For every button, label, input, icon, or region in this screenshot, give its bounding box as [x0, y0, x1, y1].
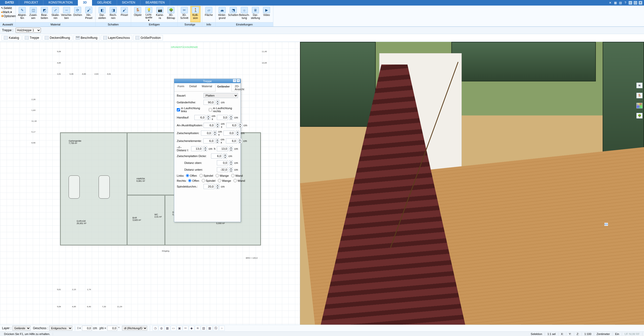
ribbon-btn-hinpinsel[interactable]: 🖌Hin.Pinsel	[84, 6, 94, 22]
menu-tab-datei[interactable]: DATEI	[0, 0, 19, 6]
palette-icon[interactable]: ▦	[165, 326, 170, 331]
spin-up[interactable]: ▲	[203, 146, 207, 149]
chevron-right-icon[interactable]: ›	[219, 326, 225, 331]
dialog-tab-material[interactable]: Material	[200, 84, 214, 91]
dialog-tab-gelaender[interactable]: Geländer	[215, 84, 231, 91]
tool-icon[interactable]: ✕	[608, 1, 612, 5]
dialog-tab-form[interactable]: Form	[176, 84, 186, 91]
zwelem-a-input[interactable]	[203, 138, 214, 143]
radio-rechts-offen[interactable]: Offen	[188, 179, 199, 182]
camera-icon[interactable]: ▣	[177, 326, 182, 331]
clock-icon[interactable]: ◷	[153, 326, 158, 331]
spin-up[interactable]: ▲	[239, 123, 242, 125]
radio-rechts-spindel[interactable]: Spindel	[202, 179, 215, 182]
menu-tab-gelaende[interactable]: GELÄNDE	[92, 0, 117, 6]
ribbon-btn-video[interactable]: ▶Video	[261, 6, 272, 22]
wireframe-icon[interactable]: ▧	[201, 326, 207, 331]
maximize-icon[interactable]: □	[633, 1, 637, 5]
screen-icon[interactable]: ▭	[171, 326, 176, 331]
spin-down[interactable]: ▼	[216, 125, 219, 128]
radio-rechts-wange[interactable]: Wange	[218, 179, 231, 182]
layers-icon[interactable]: ≋	[195, 326, 200, 331]
ribbon-btn-kamera[interactable]: 📷Kame-ra	[155, 6, 165, 22]
selector-treppe[interactable]: Holztreppe 1	[16, 28, 41, 33]
north-icon[interactable]: Ⓝ	[213, 326, 219, 331]
spin-down[interactable]: ▼	[229, 170, 233, 172]
ribbon-btn-darstellen[interactable]: ◧Dar-stellen	[97, 6, 107, 22]
menu-tab-sichten[interactable]: SICHTEN	[117, 0, 141, 6]
ribbon-btn-kollision[interactable]: 🚶Kolli-sion	[190, 6, 200, 22]
ribbon-btn-rechnen[interactable]: ◨Rech-nen	[108, 6, 118, 22]
dialog-title[interactable]: Treppe ? ×	[174, 79, 241, 83]
anaustritt-b-input[interactable]	[226, 123, 237, 128]
spindel-input[interactable]	[203, 184, 215, 189]
dl-select[interactable]: dl (Richtung/Di	[122, 326, 147, 331]
tool-treppe[interactable]: Treppe	[22, 35, 42, 41]
dist-oben-input[interactable]	[217, 160, 228, 165]
minimize-icon[interactable]: ‒	[628, 1, 632, 5]
ribbon-btn-skalieren[interactable]: ⤢Skalie-ren	[50, 6, 61, 22]
spin-down[interactable]: ▼	[229, 117, 233, 120]
spin-up[interactable]: ▲	[229, 115, 233, 117]
spin-down[interactable]: ▼	[239, 125, 242, 128]
layer-select[interactable]: Gelände	[12, 326, 31, 331]
spin-up[interactable]: ▲	[216, 100, 219, 102]
zwpfosten-a-input[interactable]	[201, 131, 212, 136]
geschoss-select[interactable]: Erdgeschos	[49, 326, 72, 331]
spin-down[interactable]: ▼	[216, 187, 219, 189]
zwelem-b-input[interactable]	[226, 138, 237, 143]
chk-laufrichtung-rechts[interactable]: in Laufrichtung rechts	[209, 107, 238, 113]
ribbon-btn-verschieben[interactable]: ↔Verschie-ben	[62, 6, 72, 22]
ribbon-btn-flaeche[interactable]: ▱Fläche	[204, 6, 214, 22]
dialog-treppe[interactable]: Treppe ? × Form Detail Material Geländer…	[174, 79, 241, 222]
phi-input[interactable]	[107, 326, 117, 331]
dialog-close-icon[interactable]: ×	[237, 79, 240, 82]
spin-up[interactable]: ▲	[216, 138, 219, 141]
tool-deckenoeffnung[interactable]: Deckenöffnung	[42, 35, 72, 41]
tool-katalog[interactable]: Katalog	[2, 35, 21, 41]
radio-links-offen[interactable]: Offen	[186, 174, 197, 177]
spin-down[interactable]: ▼	[203, 149, 207, 151]
ribbon-select[interactable]: ↖Selekt	[1, 6, 12, 10]
ribbon-btn-zuweisen[interactable]: ◫Zuwei-sen	[28, 6, 38, 22]
ribbon-btn-hintergrund[interactable]: ⛰Hinter-grund	[217, 6, 227, 22]
ribbon-btn-drehen[interactable]: ⟳Drehen	[73, 6, 83, 22]
layer-icon[interactable]: ▤	[618, 1, 622, 5]
grid-icon[interactable]: ▦	[207, 326, 213, 331]
distanz-l-input[interactable]	[191, 146, 202, 151]
anaustritt-a-input[interactable]	[203, 123, 215, 128]
ribbon-btn-3dschnitt[interactable]: ✂3D-Schnitt	[179, 6, 189, 22]
menu-tab-bearbeiten[interactable]: BEARBEITEN	[140, 0, 170, 6]
ribbon-btn-lichtquelle[interactable]: 💡Licht-quelle ▾	[144, 6, 154, 22]
tool-groesse-position[interactable]: Größe/Position	[133, 35, 163, 41]
spin-down[interactable]: ▼	[236, 133, 239, 136]
chk-laufrichtung-links[interactable]: in Laufrichtung links	[177, 107, 204, 113]
bauart-select[interactable]: Platten	[203, 93, 238, 98]
radio-links-wand[interactable]: Wand	[231, 174, 243, 177]
radio-links-spindel[interactable]: Spindel	[199, 174, 213, 177]
menu-tab-projekt[interactable]: PROJEKT	[19, 0, 43, 6]
handlauf-w-input[interactable]	[194, 115, 206, 120]
spin-up[interactable]: ▲	[216, 184, 219, 187]
menu-tab-konstruktion[interactable]: KONSTRUKTION	[43, 0, 78, 6]
ribbon-btn-objekt[interactable]: 🪑Objekt	[133, 6, 143, 22]
layers-icon[interactable]: ≋	[636, 83, 642, 88]
dialog-tab-detail[interactable]: Detail	[188, 84, 198, 91]
radio-rechts-wand[interactable]: Wand	[233, 179, 245, 182]
ribbon-options[interactable]: ✚Optionen	[1, 14, 16, 18]
plan-2d-view[interactable]: GRUNDSTÜCKSGRENZE 5,09 11,45 4,85 10,65 …	[0, 42, 300, 325]
menu-tab-3d[interactable]: 3D	[78, 0, 92, 6]
spin-down[interactable]: ▼	[229, 149, 233, 151]
spin-down[interactable]: ▼	[207, 117, 210, 120]
colors-icon[interactable]	[636, 103, 642, 108]
l-input[interactable]	[82, 326, 92, 331]
ribbon-btn-3dbitmap[interactable]: 🌳3D-Bitmap	[166, 6, 176, 22]
spin-up[interactable]: ▲	[229, 167, 233, 170]
pane-icon[interactable]: ▦	[613, 1, 617, 5]
close-icon[interactable]: ×	[638, 1, 642, 5]
globe-icon[interactable]: ◍	[159, 326, 164, 331]
spin-up[interactable]: ▲	[236, 131, 239, 133]
spin-down[interactable]: ▼	[216, 102, 219, 105]
dist-unten-input[interactable]	[217, 167, 228, 172]
distanz-h-input[interactable]	[217, 146, 228, 151]
